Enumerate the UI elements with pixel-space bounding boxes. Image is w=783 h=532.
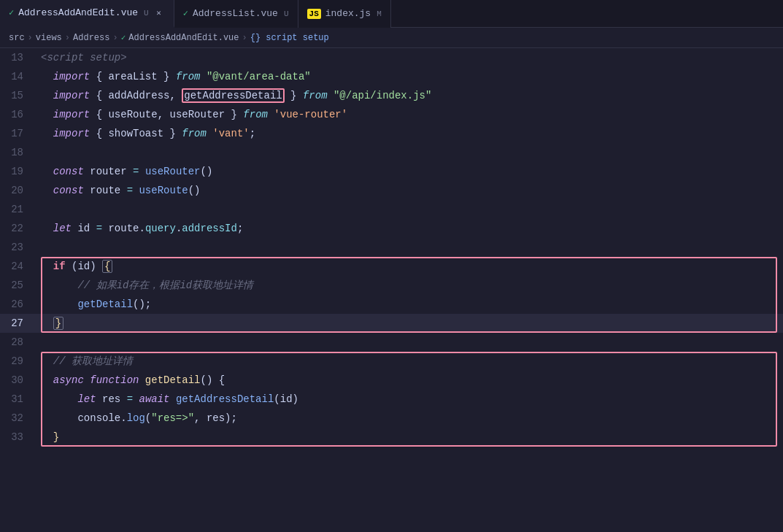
vue-icon-2: ✓	[183, 8, 188, 19]
code-line-15: 15 import { addAddress, getAddressDetail…	[0, 86, 783, 105]
code-line-29: 29 // 获取地址详情	[0, 352, 783, 371]
tab-label-3: index.js	[325, 8, 371, 19]
line-content-15: import { addAddress, getAddressDetail } …	[35, 86, 783, 105]
line-content-18	[35, 143, 783, 162]
lower-box-container: 29 // 获取地址详情 30 async function getDetail…	[0, 352, 783, 447]
line-content-31: let res = await getAddressDetail(id)	[35, 390, 783, 409]
line-content-16: import { useRoute, useRouter } from 'vue…	[35, 105, 783, 124]
line-content-21	[35, 200, 783, 219]
breadcrumb-sep-3: ›	[112, 33, 117, 43]
tab-modifier-3: M	[377, 9, 382, 18]
line-content-26: getDetail();	[35, 295, 783, 314]
code-line-33: 33 }	[0, 428, 783, 447]
code-line-23: 23	[0, 238, 783, 257]
line-num-19: 19	[0, 162, 35, 181]
tab-modifier-1: U	[144, 9, 149, 18]
breadcrumb-sep-1: ›	[28, 33, 33, 43]
line-num-31: 31	[0, 390, 35, 409]
line-num-30: 30	[0, 371, 35, 390]
line-num-15: 15	[0, 86, 35, 105]
code-area: 13 <script setup> 14 import { areaList }…	[0, 48, 783, 532]
line-num-20: 20	[0, 181, 35, 200]
line-num-27: 27	[0, 314, 35, 333]
breadcrumb: src › views › Address › ✓ AddressAddAndE…	[0, 28, 783, 48]
code-line-28: 28	[0, 333, 783, 352]
breadcrumb-script: {} script setup	[250, 33, 329, 43]
line-content-17: import { showToast } from 'vant';	[35, 124, 783, 143]
line-content-22: let id = route.query.addressId;	[35, 219, 783, 238]
line-num-17: 17	[0, 124, 35, 143]
line-content-20: const route = useRoute()	[35, 181, 783, 200]
line-num-21: 21	[0, 200, 35, 219]
line-num-16: 16	[0, 105, 35, 124]
code-line-21: 21	[0, 200, 783, 219]
line-content-33: }	[35, 428, 783, 447]
breadcrumb-sep-4: ›	[242, 33, 247, 43]
upper-box-container: 24 if (id) { 25 // 如果id存在，根据id获取地址详情 26 …	[0, 257, 783, 333]
line-content-32: console.log("res=>", res);	[35, 409, 783, 428]
tab-close-1[interactable]: ✕	[153, 7, 165, 19]
code-line-27: 27 }	[0, 314, 783, 333]
editor-container: ✓ AddressAddAndEdit.vue U ✕ ✓ AddressLis…	[0, 0, 783, 532]
code-line-14: 14 import { areaList } from "@vant/area-…	[0, 67, 783, 86]
line-content-19: const router = useRouter()	[35, 162, 783, 181]
line-num-13: 13	[0, 48, 35, 67]
breadcrumb-views: views	[36, 33, 62, 43]
breadcrumb-sep-2: ›	[65, 33, 70, 43]
breadcrumb-file: AddressAddAndEdit.vue	[128, 33, 239, 43]
line-num-33: 33	[0, 428, 35, 447]
breadcrumb-vue-icon: ✓	[121, 33, 126, 42]
code-line-32: 32 console.log("res=>", res);	[0, 409, 783, 428]
line-content-25: // 如果id存在，根据id获取地址详情	[35, 276, 783, 295]
code-line-18: 18	[0, 143, 783, 162]
line-num-25: 25	[0, 276, 35, 295]
line-content-27: }	[35, 314, 783, 333]
line-content-28	[35, 333, 783, 352]
line-content-29: // 获取地址详情	[35, 352, 783, 371]
line-num-28: 28	[0, 333, 35, 352]
tab-label-2: AddressList.vue	[193, 8, 278, 19]
line-num-29: 29	[0, 352, 35, 371]
line-content-13: <script setup>	[35, 48, 783, 67]
tab-modifier-2: U	[284, 9, 289, 18]
breadcrumb-address: Address	[73, 33, 109, 43]
line-num-23: 23	[0, 238, 35, 257]
code-line-17: 17 import { showToast } from 'vant';	[0, 124, 783, 143]
line-content-30: async function getDetail() {	[35, 371, 783, 390]
js-icon: JS	[307, 9, 321, 19]
code-line-24: 24 if (id) {	[0, 257, 783, 276]
line-num-32: 32	[0, 409, 35, 428]
tab-address-add-edit[interactable]: ✓ AddressAddAndEdit.vue U ✕	[0, 0, 174, 28]
code-line-20: 20 const route = useRoute()	[0, 181, 783, 200]
code-line-19: 19 const router = useRouter()	[0, 162, 783, 181]
code-line-22: 22 let id = route.query.addressId;	[0, 219, 783, 238]
line-content-23	[35, 238, 783, 257]
code-line-13: 13 <script setup>	[0, 48, 783, 67]
line-num-14: 14	[0, 67, 35, 86]
code-line-26: 26 getDetail();	[0, 295, 783, 314]
code-line-30: 30 async function getDetail() {	[0, 371, 783, 390]
line-num-24: 24	[0, 257, 35, 276]
tab-index-js[interactable]: JS index.js M	[298, 0, 391, 28]
line-num-26: 26	[0, 295, 35, 314]
line-content-14: import { areaList } from "@vant/area-dat…	[35, 67, 783, 86]
line-num-22: 22	[0, 219, 35, 238]
tab-bar: ✓ AddressAddAndEdit.vue U ✕ ✓ AddressLis…	[0, 0, 783, 28]
breadcrumb-src: src	[9, 33, 25, 43]
line-num-18: 18	[0, 143, 35, 162]
vue-icon-1: ✓	[9, 7, 14, 18]
line-content-24: if (id) {	[35, 257, 783, 276]
code-line-31: 31 let res = await getAddressDetail(id)	[0, 390, 783, 409]
code-line-25: 25 // 如果id存在，根据id获取地址详情	[0, 276, 783, 295]
tab-address-list[interactable]: ✓ AddressList.vue U	[174, 0, 298, 28]
code-line-16: 16 import { useRoute, useRouter } from '…	[0, 105, 783, 124]
tab-label-1: AddressAddAndEdit.vue	[18, 7, 138, 18]
